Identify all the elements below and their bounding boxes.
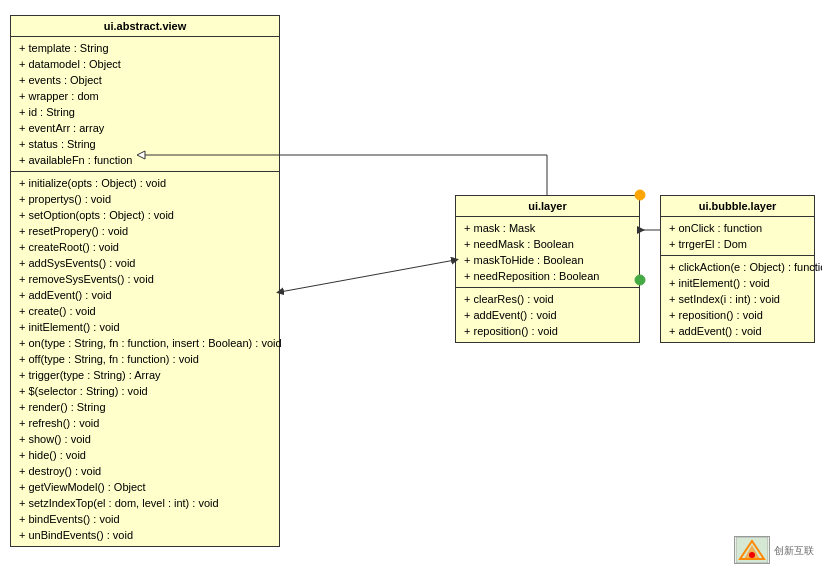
bubble-layer-attributes: + onClick : function + trrgerEl : Dom [661, 217, 814, 256]
method-row: + off(type : String, fn : function) : vo… [19, 351, 271, 367]
method-row: + create() : void [19, 303, 271, 319]
abstract-view-methods: + initialize(opts : Object) : void + pro… [11, 172, 279, 546]
abstract-view-attributes: + template : String + datamodel : Object… [11, 37, 279, 172]
method-row: + addSysEvents() : void [19, 255, 271, 271]
attr-row: + needReposition : Boolean [464, 268, 631, 284]
abstract-view-box: ui.abstract.view + template : String + d… [10, 15, 280, 547]
attr-row: + status : String [19, 136, 271, 152]
method-row: + resetPropery() : void [19, 223, 271, 239]
attr-row: + maskToHide : Boolean [464, 252, 631, 268]
method-row: + show() : void [19, 431, 271, 447]
svg-line-2 [280, 260, 455, 292]
diagram-container: ui.abstract.view + template : String + d… [0, 0, 822, 572]
attr-row: + availableFn : function [19, 152, 271, 168]
layer-title: ui.layer [456, 196, 639, 217]
method-row: + getViewModel() : Object [19, 479, 271, 495]
method-row: + setIndex(i : int) : void [669, 291, 806, 307]
bubble-layer-methods: + clickAction(e : Object) : function + i… [661, 256, 814, 342]
method-row: + propertys() : void [19, 191, 271, 207]
attr-row: + trrgerEl : Dom [669, 236, 806, 252]
method-row: + clickAction(e : Object) : function [669, 259, 806, 275]
attr-row: + onClick : function [669, 220, 806, 236]
attr-row: + wrapper : dom [19, 88, 271, 104]
method-row: + hide() : void [19, 447, 271, 463]
layer-attributes: + mask : Mask + needMask : Boolean + mas… [456, 217, 639, 288]
attr-row: + template : String [19, 40, 271, 56]
attr-row: + id : String [19, 104, 271, 120]
method-row: + unBindEvents() : void [19, 527, 271, 543]
bubble-layer-box: ui.bubble.layer + onClick : function + t… [660, 195, 815, 343]
svg-point-10 [749, 552, 755, 558]
watermark: 创新互联 [734, 536, 814, 564]
method-row: + destroy() : void [19, 463, 271, 479]
method-row: + setOption(opts : Object) : void [19, 207, 271, 223]
watermark-logo [734, 536, 770, 564]
abstract-view-title: ui.abstract.view [11, 16, 279, 37]
method-row: + refresh() : void [19, 415, 271, 431]
attr-row: + eventArr : array [19, 120, 271, 136]
attr-row: + needMask : Boolean [464, 236, 631, 252]
method-row: + $(selector : String) : void [19, 383, 271, 399]
method-row: + initialize(opts : Object) : void [19, 175, 271, 191]
layer-methods: + clearRes() : void + addEvent() : void … [456, 288, 639, 342]
method-row: + on(type : String, fn : function, inser… [19, 335, 271, 351]
method-row: + addEvent() : void [464, 307, 631, 323]
method-row: + render() : String [19, 399, 271, 415]
method-row: + reposition() : void [464, 323, 631, 339]
layer-box: ui.layer + mask : Mask + needMask : Bool… [455, 195, 640, 343]
method-row: + initElement() : void [19, 319, 271, 335]
method-row: + trigger(type : String) : Array [19, 367, 271, 383]
attr-row: + datamodel : Object [19, 56, 271, 72]
method-row: + reposition() : void [669, 307, 806, 323]
attr-row: + events : Object [19, 72, 271, 88]
method-row: + initElement() : void [669, 275, 806, 291]
method-row: + clearRes() : void [464, 291, 631, 307]
method-row: + removeSysEvents() : void [19, 271, 271, 287]
method-row: + addEvent() : void [669, 323, 806, 339]
watermark-text: 创新互联 [774, 544, 814, 557]
bubble-layer-title: ui.bubble.layer [661, 196, 814, 217]
method-row: + createRoot() : void [19, 239, 271, 255]
method-row: + addEvent() : void [19, 287, 271, 303]
method-row: + bindEvents() : void [19, 511, 271, 527]
method-row: + setzIndexTop(el : dom, level : int) : … [19, 495, 271, 511]
attr-row: + mask : Mask [464, 220, 631, 236]
